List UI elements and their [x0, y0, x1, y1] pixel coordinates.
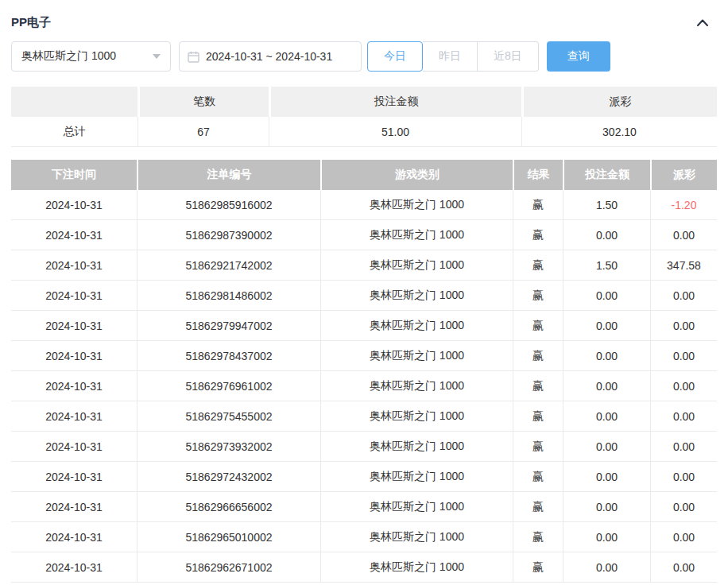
cell-bet-amount: 1.50 — [563, 250, 650, 281]
records-col-result: 结果 — [513, 160, 563, 190]
records-header-row: 下注时间 注单编号 游戏类别 结果 投注金额 派彩 — [11, 160, 717, 190]
cell-payout: 0.00 — [650, 311, 717, 341]
search-button[interactable]: 查询 — [547, 41, 610, 72]
cell-order-no: 51862978437002 — [137, 341, 320, 371]
date-range-input[interactable]: 2024-10-31 ~ 2024-10-31 — [179, 41, 362, 72]
game-select[interactable]: 奥林匹斯之门 1000 — [11, 41, 171, 72]
cell-bet-date: 2024-10-31 — [11, 281, 137, 311]
game-select-value: 奥林匹斯之门 1000 — [21, 49, 116, 64]
cell-game-type: 奥林匹斯之门 1000 — [320, 432, 513, 462]
quick-button-today[interactable]: 今日 — [367, 41, 423, 72]
summary-header-row: 笔数 投注金额 派彩 — [11, 87, 717, 117]
page-title: PP电子 — [11, 15, 51, 30]
cell-result: 赢 — [513, 432, 563, 462]
cell-order-no: 51862972432002 — [137, 462, 320, 492]
cell-order-no: 51862962671002 — [137, 552, 320, 583]
table-row: 2024-10-31 51862962671002 奥林匹斯之门 1000 赢 … — [11, 552, 717, 583]
cell-game-type: 奥林匹斯之门 1000 — [320, 250, 513, 281]
cell-payout: 0.00 — [650, 281, 717, 311]
cell-bet-amount: 0.00 — [563, 401, 650, 432]
cell-payout: 347.58 — [650, 250, 717, 281]
pp-panel: PP电子 奥林匹斯之门 1000 2024-10- — [0, 0, 728, 583]
cell-bet-date: 2024-10-31 — [11, 522, 137, 552]
records-table-body: 2024-10-31 51862985916002 奥林匹斯之门 1000 赢 … — [11, 190, 717, 583]
records-col-game: 游戏类别 — [320, 160, 513, 190]
cell-payout: 0.00 — [650, 220, 717, 250]
table-row: 2024-10-31 51862981486002 奥林匹斯之门 1000 赢 … — [11, 281, 717, 311]
cell-bet-amount: 0.00 — [563, 432, 650, 462]
quick-button-recent8[interactable]: 近8日 — [478, 41, 539, 72]
records-col-order: 注单编号 — [137, 160, 320, 190]
cell-result: 赢 — [513, 220, 563, 250]
cell-result: 赢 — [513, 492, 563, 522]
summary-table: 笔数 投注金额 派彩 总计 67 51.00 302.10 — [11, 87, 717, 147]
cell-result: 赢 — [513, 250, 563, 281]
summary-total-count: 67 — [137, 117, 269, 147]
table-row: 2024-10-31 51862979947002 奥林匹斯之门 1000 赢 … — [11, 311, 717, 341]
cell-payout: 0.00 — [650, 522, 717, 552]
table-row: 2024-10-31 51862966656002 奥林匹斯之门 1000 赢 … — [11, 492, 717, 522]
cell-bet-date: 2024-10-31 — [11, 311, 137, 341]
cell-game-type: 奥林匹斯之门 1000 — [320, 190, 513, 220]
records-col-bet: 投注金额 — [563, 160, 650, 190]
cell-bet-date: 2024-10-31 — [11, 371, 137, 401]
table-row: 2024-10-31 51862987390002 奥林匹斯之门 1000 赢 … — [11, 220, 717, 250]
cell-bet-amount: 0.00 — [563, 492, 650, 522]
summary-col-count: 笔数 — [137, 87, 269, 117]
cell-order-no: 51862973932002 — [137, 432, 320, 462]
cell-bet-date: 2024-10-31 — [11, 552, 137, 583]
cell-result: 赢 — [513, 552, 563, 583]
panel-header: PP电子 — [11, 0, 717, 41]
cell-payout: -1.20 — [650, 190, 717, 220]
records-col-payout: 派彩 — [650, 160, 717, 190]
summary-total-row: 总计 67 51.00 302.10 — [11, 117, 717, 147]
caret-down-icon — [153, 54, 161, 59]
cell-order-no: 51862975455002 — [137, 401, 320, 432]
cell-result: 赢 — [513, 462, 563, 492]
filter-row: 奥林匹斯之门 1000 2024-10-31 ~ 2024-10-31 今日 昨… — [11, 41, 717, 72]
calendar-icon — [188, 51, 199, 63]
table-row: 2024-10-31 51862978437002 奥林匹斯之门 1000 赢 … — [11, 341, 717, 371]
cell-result: 赢 — [513, 371, 563, 401]
cell-bet-amount: 1.50 — [563, 190, 650, 220]
date-quick-buttons: 今日 昨日 近8日 — [367, 41, 539, 72]
cell-payout: 0.00 — [650, 341, 717, 371]
cell-bet-date: 2024-10-31 — [11, 250, 137, 281]
cell-bet-date: 2024-10-31 — [11, 462, 137, 492]
cell-game-type: 奥林匹斯之门 1000 — [320, 311, 513, 341]
records-table: 下注时间 注单编号 游戏类别 结果 投注金额 派彩 2024-10-31 518… — [11, 160, 717, 583]
summary-col-empty — [11, 87, 137, 117]
cell-bet-date: 2024-10-31 — [11, 432, 137, 462]
cell-game-type: 奥林匹斯之门 1000 — [320, 220, 513, 250]
cell-bet-amount: 0.00 — [563, 552, 650, 583]
cell-order-no: 51862979947002 — [137, 311, 320, 341]
table-row: 2024-10-31 51862965010002 奥林匹斯之门 1000 赢 … — [11, 522, 717, 552]
cell-bet-amount: 0.00 — [563, 311, 650, 341]
cell-order-no: 51862966656002 — [137, 492, 320, 522]
table-row: 2024-10-31 51862921742002 奥林匹斯之门 1000 赢 … — [11, 250, 717, 281]
table-row: 2024-10-31 51862985916002 奥林匹斯之门 1000 赢 … — [11, 190, 717, 220]
collapse-button[interactable] — [693, 13, 712, 32]
cell-bet-amount: 0.00 — [563, 522, 650, 552]
cell-order-no: 51862921742002 — [137, 250, 320, 281]
cell-order-no: 51862976961002 — [137, 371, 320, 401]
chevron-up-icon — [697, 19, 708, 26]
cell-bet-date: 2024-10-31 — [11, 492, 137, 522]
cell-result: 赢 — [513, 341, 563, 371]
quick-button-yesterday[interactable]: 昨日 — [423, 41, 478, 72]
cell-bet-amount: 0.00 — [563, 281, 650, 311]
summary-col-payout: 派彩 — [521, 87, 717, 117]
cell-game-type: 奥林匹斯之门 1000 — [320, 371, 513, 401]
cell-game-type: 奥林匹斯之门 1000 — [320, 462, 513, 492]
cell-result: 赢 — [513, 401, 563, 432]
summary-total-label: 总计 — [11, 117, 137, 147]
cell-payout: 0.00 — [650, 371, 717, 401]
cell-game-type: 奥林匹斯之门 1000 — [320, 522, 513, 552]
cell-bet-date: 2024-10-31 — [11, 190, 137, 220]
cell-game-type: 奥林匹斯之门 1000 — [320, 281, 513, 311]
cell-bet-date: 2024-10-31 — [11, 401, 137, 432]
cell-game-type: 奥林匹斯之门 1000 — [320, 401, 513, 432]
records-col-date: 下注时间 — [11, 160, 137, 190]
cell-order-no: 51862981486002 — [137, 281, 320, 311]
summary-col-bet: 投注金额 — [269, 87, 521, 117]
